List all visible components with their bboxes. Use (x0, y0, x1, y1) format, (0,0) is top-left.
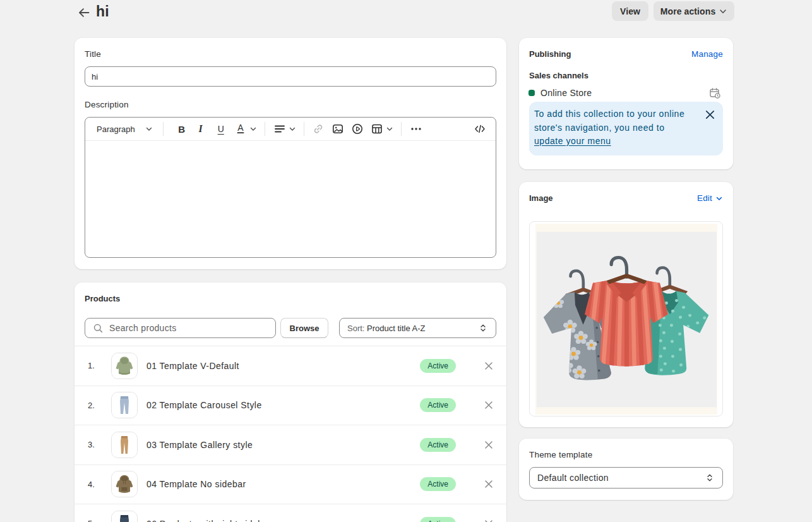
svg-text:A: A (237, 123, 244, 133)
